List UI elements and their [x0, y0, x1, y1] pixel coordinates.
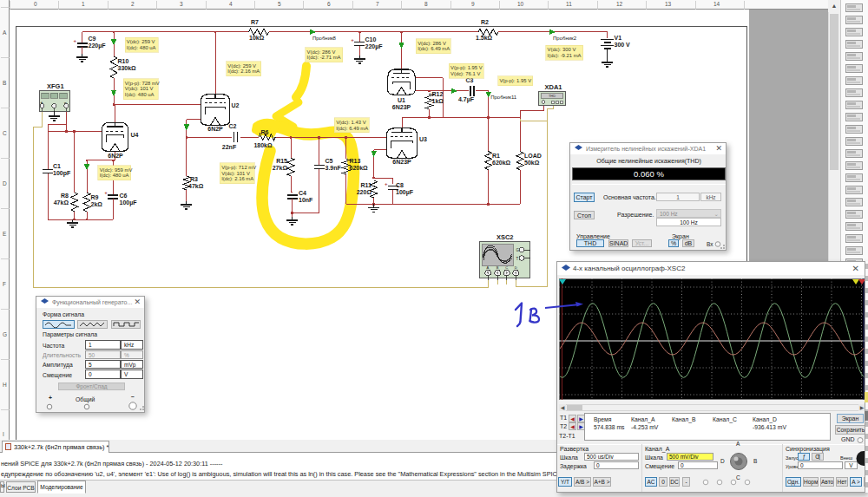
svg-text:100pF: 100pF: [53, 170, 71, 177]
svg-text:220Ω: 220Ω: [357, 189, 372, 195]
svg-text:V(p-p): 712 mV: V(p-p): 712 mV: [221, 165, 256, 170]
svg-text:C: C: [505, 265, 508, 270]
svg-text:R13: R13: [350, 158, 361, 164]
svg-text:47kΩ: 47kΩ: [54, 199, 69, 206]
svg-text:1.5kΩ: 1.5kΩ: [476, 35, 493, 41]
svg-text:620kΩ: 620kΩ: [350, 165, 369, 171]
svg-text:C5: C5: [326, 158, 333, 164]
svg-text:R15: R15: [276, 158, 287, 164]
svg-text:Пробник2: Пробник2: [553, 36, 577, 41]
svg-text:100µF: 100µF: [120, 199, 138, 206]
svg-text:U4: U4: [131, 132, 139, 138]
svg-text:R12: R12: [432, 91, 444, 97]
svg-text:50kΩ: 50kΩ: [524, 160, 540, 166]
svg-text:I(dc): -9.21 mA: I(dc): -9.21 mA: [548, 53, 582, 58]
svg-text:C1: C1: [53, 163, 61, 169]
svg-text:6N23P: 6N23P: [392, 159, 411, 165]
svg-text:6N23P: 6N23P: [392, 104, 411, 110]
svg-text:+: +: [74, 38, 77, 43]
svg-text:LOAD: LOAD: [524, 153, 542, 159]
svg-text:I(dc): -2.71 mA: I(dc): -2.71 mA: [307, 55, 341, 60]
svg-text:Пробник8: Пробник8: [312, 36, 337, 41]
svg-text:220µF: 220µF: [89, 43, 107, 49]
svg-text:R2: R2: [481, 19, 489, 25]
svg-text:A: A: [487, 265, 490, 270]
svg-text:V(dc): 101 V: V(dc): 101 V: [221, 171, 250, 176]
svg-text:V(dc): 286 V: V(dc): 286 V: [307, 49, 336, 55]
svg-text:V(p-p): 1.95 V: V(p-p): 1.95 V: [450, 65, 483, 70]
svg-text:R9: R9: [91, 194, 99, 200]
svg-text:22nF: 22nF: [222, 144, 237, 150]
svg-text:+: +: [104, 190, 108, 195]
svg-text:V(p-p): 728 mV: V(p-p): 728 mV: [125, 81, 160, 86]
svg-text:V(dc): 959 mV: V(dc): 959 mV: [100, 167, 133, 173]
svg-text:I(dc): 2.16 mA: I(dc): 2.16 mA: [227, 69, 260, 74]
svg-text:XFG1: XFG1: [47, 82, 64, 90]
svg-text:2kΩ: 2kΩ: [91, 201, 103, 207]
svg-text:D: D: [515, 265, 517, 270]
svg-text:+: +: [351, 37, 354, 43]
svg-text:U3: U3: [419, 136, 427, 142]
svg-text:V(dc): 101 V: V(dc): 101 V: [125, 86, 154, 91]
svg-text:I(dc): 6.49 mA: I(dc): 6.49 mA: [418, 46, 450, 51]
svg-text:300 V: 300 V: [615, 42, 631, 48]
svg-text:V(p-p): 1.95 V: V(p-p): 1.95 V: [499, 78, 531, 83]
svg-text:10nF: 10nF: [299, 197, 313, 203]
svg-text:I(dc): 480 uA: I(dc): 480 uA: [127, 45, 156, 50]
svg-text:3.9nF: 3.9nF: [326, 165, 342, 171]
svg-text:R10: R10: [118, 58, 129, 64]
svg-text:+: +: [41, 100, 43, 105]
svg-text:100µF: 100µF: [396, 189, 414, 196]
svg-text:C9: C9: [89, 36, 96, 42]
svg-text:R7: R7: [251, 19, 259, 25]
svg-text:V(dc): 259 V: V(dc): 259 V: [227, 63, 256, 69]
svg-text:G: G: [516, 248, 520, 252]
svg-text:I(dc): 6.49 mA: I(dc): 6.49 mA: [336, 126, 368, 131]
svg-text:THD: THD: [549, 94, 556, 98]
svg-text:R3: R3: [190, 176, 198, 182]
svg-text:T: T: [516, 257, 519, 261]
svg-text:R1: R1: [492, 153, 500, 159]
svg-text:4.7µF: 4.7µF: [458, 96, 475, 103]
svg-text:U1: U1: [398, 97, 405, 103]
svg-text:C6: C6: [120, 193, 128, 199]
svg-text:C4: C4: [299, 190, 306, 196]
svg-text:XSC2: XSC2: [496, 233, 514, 241]
svg-text:C8: C8: [396, 182, 404, 188]
svg-text:I(dc): 480 uA: I(dc): 480 uA: [100, 173, 129, 178]
svg-text:R6: R6: [261, 129, 269, 135]
svg-text:B: B: [496, 265, 499, 270]
svg-text:6N2P: 6N2P: [207, 126, 223, 132]
svg-text:V(dc): 1.43 V: V(dc): 1.43 V: [336, 120, 365, 125]
svg-text:V(dc): 286 V: V(dc): 286 V: [418, 41, 446, 46]
svg-text:V(dc): 76.1 V: V(dc): 76.1 V: [450, 71, 480, 76]
svg-text:+: +: [385, 181, 388, 186]
svg-text:V(dc): 259 V: V(dc): 259 V: [127, 39, 155, 44]
svg-text:I(dc): 480 uA: I(dc): 480 uA: [125, 92, 155, 97]
svg-text:220µF: 220µF: [365, 43, 384, 50]
svg-text:V1: V1: [615, 35, 622, 41]
svg-text:10kΩ: 10kΩ: [249, 35, 265, 41]
svg-text:R11: R11: [361, 182, 372, 188]
svg-text:620kΩ: 620kΩ: [492, 160, 511, 166]
svg-text:Пробник11: Пробник11: [490, 95, 517, 100]
svg-text:U2: U2: [232, 102, 240, 108]
svg-text:180kΩ: 180kΩ: [253, 142, 273, 148]
svg-text:V(dc): 300 V: V(dc): 300 V: [548, 47, 576, 52]
svg-text:47kΩ: 47kΩ: [188, 183, 204, 189]
svg-text:6N2P: 6N2P: [108, 153, 123, 159]
svg-text:C2: C2: [229, 123, 237, 129]
svg-text:I(dc): 2.16 mA: I(dc): 2.16 mA: [221, 176, 253, 181]
svg-text:330kΩ: 330kΩ: [118, 65, 137, 71]
svg-text:1kΩ: 1kΩ: [432, 98, 444, 104]
svg-text:C10: C10: [365, 36, 377, 43]
svg-text:XDA1: XDA1: [545, 83, 562, 91]
svg-text:R8: R8: [61, 193, 69, 199]
svg-text:27kΩ: 27kΩ: [273, 165, 288, 171]
svg-text:−: −: [64, 100, 67, 105]
